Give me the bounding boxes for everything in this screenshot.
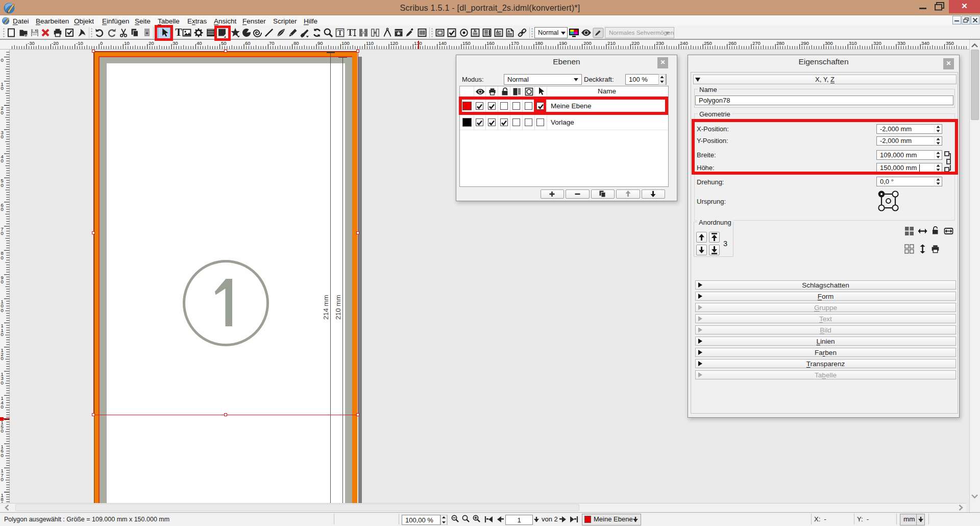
svg-text:170: 170 (511, 40, 519, 46)
svg-text:0: 0 (1, 57, 4, 63)
svg-text:-30: -30 (28, 40, 35, 46)
svg-text:0: 0 (1, 331, 4, 337)
svg-text:10: 10 (124, 40, 130, 46)
svg-text:40: 40 (197, 40, 202, 46)
svg-text:0: 0 (1, 182, 4, 188)
svg-text:150: 150 (462, 40, 471, 46)
svg-text:0: 0 (1, 158, 4, 163)
svg-text:0: 0 (1, 380, 4, 386)
svg-text:320: 320 (873, 40, 881, 46)
svg-text:340: 340 (921, 40, 929, 46)
svg-text:330: 330 (897, 40, 905, 46)
svg-text:0: 0 (1, 500, 4, 503)
svg-text:250: 250 (704, 40, 712, 46)
svg-text:0: 0 (1, 134, 4, 139)
svg-text:70: 70 (269, 40, 275, 46)
svg-text:200: 200 (583, 40, 592, 46)
svg-text:80: 80 (293, 40, 299, 46)
svg-text:0: 0 (1, 255, 4, 260)
svg-text:220: 220 (631, 40, 640, 46)
svg-text:T: T (337, 29, 342, 37)
svg-text:T: T (347, 28, 353, 38)
svg-text:210: 210 (607, 40, 616, 46)
svg-text:160: 160 (486, 40, 495, 46)
svg-text:A: A (496, 29, 499, 34)
svg-text:270: 270 (752, 40, 761, 46)
svg-text:140: 140 (438, 40, 447, 46)
svg-text:0: 0 (1, 476, 4, 482)
svg-text:290: 290 (801, 40, 809, 46)
svg-text:0: 0 (1, 85, 4, 91)
svg-text:0: 0 (1, 110, 4, 115)
svg-text:A: A (507, 30, 510, 33)
svg-text:0: 0 (100, 40, 103, 46)
svg-text:260: 260 (728, 40, 737, 46)
svg-text:-20: -20 (52, 40, 59, 46)
svg-text:180: 180 (535, 40, 543, 46)
svg-text:90: 90 (317, 40, 323, 46)
svg-text:0: 0 (1, 404, 4, 410)
svg-text:0: 0 (1, 452, 4, 458)
svg-text:350: 350 (946, 40, 954, 46)
svg-text:60: 60 (245, 40, 251, 46)
svg-text:110: 110 (366, 40, 374, 46)
svg-text:0: 0 (1, 206, 4, 212)
svg-text:280: 280 (776, 40, 785, 46)
svg-text:310: 310 (849, 40, 857, 46)
svg-text:0: 0 (1, 279, 4, 284)
svg-text:20: 20 (149, 40, 154, 46)
svg-text:0: 0 (1, 230, 4, 236)
svg-text:230: 230 (656, 40, 664, 46)
svg-text:0: 0 (1, 355, 4, 361)
svg-text:50: 50 (221, 40, 227, 46)
svg-text:240: 240 (680, 40, 688, 46)
svg-text:300: 300 (825, 40, 833, 46)
svg-text:-10: -10 (76, 40, 83, 46)
svg-text:0: 0 (1, 307, 4, 313)
svg-text:0: 0 (1, 428, 4, 434)
svg-text:30: 30 (173, 40, 178, 46)
svg-text:100: 100 (341, 40, 350, 46)
svg-text:120: 120 (390, 40, 398, 46)
svg-text:190: 190 (559, 40, 567, 46)
